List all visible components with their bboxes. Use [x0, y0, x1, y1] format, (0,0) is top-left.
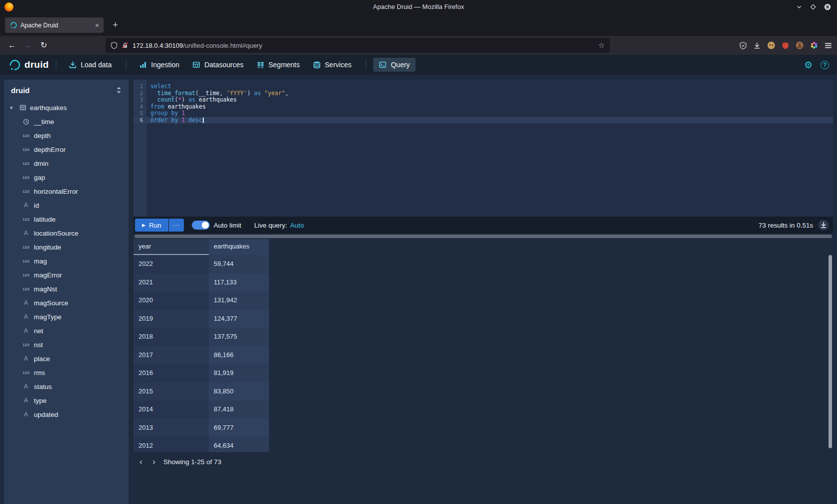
earthquakes-cell[interactable]: 131,942 [209, 291, 269, 310]
datasource-name: earthquakes [30, 104, 67, 112]
gear-icon[interactable]: ⚙ [804, 60, 813, 70]
auto-limit-toggle[interactable] [192, 221, 210, 230]
sidebar-column-magSource[interactable]: AmagSource [4, 296, 129, 310]
sidebar-column-__time[interactable]: __time [4, 115, 129, 128]
menu-icon[interactable] [825, 42, 832, 49]
sidebar-column-latitude[interactable]: 123latitude [4, 212, 129, 226]
double-caret-icon[interactable] [116, 86, 122, 94]
line-number: 2 [134, 90, 146, 97]
year-cell[interactable]: 2016 [134, 364, 209, 382]
ublock-extension-icon[interactable] [782, 42, 789, 49]
earthquakes-cell[interactable]: 117,133 [209, 273, 269, 292]
back-button[interactable]: ← [5, 38, 19, 52]
run-more-button[interactable]: ··· [169, 219, 184, 232]
sidebar-column-depth[interactable]: 123depth [4, 128, 129, 142]
load-data-icon [69, 61, 77, 69]
druid-brand[interactable]: druid [8, 59, 49, 71]
sidebar-column-magType[interactable]: AmagType [4, 310, 129, 324]
nav-label: Ingestion [151, 61, 179, 69]
prev-page-button[interactable]: ‹ [135, 457, 147, 467]
insecure-lock-icon[interactable] [122, 42, 129, 49]
sidebar-column-locationSource[interactable]: AlocationSource [4, 226, 129, 240]
window-close-button[interactable] [824, 3, 831, 10]
earthquakes-cell[interactable]: 87,418 [209, 400, 269, 419]
horizontal-scrollbar[interactable] [134, 234, 833, 239]
run-button[interactable]: ▶ Run [135, 219, 168, 232]
sidebar-column-id[interactable]: Aid [4, 198, 129, 212]
year-cell[interactable]: 2021 [134, 273, 209, 292]
avatar-extension-icon[interactable] [796, 41, 804, 49]
column-name: type [34, 397, 47, 404]
year-cell[interactable]: 2018 [134, 328, 209, 346]
earthquakes-cell[interactable]: 86,166 [209, 346, 269, 365]
sidebar-column-rms[interactable]: 123rms [4, 366, 129, 379]
sidebar-column-updated[interactable]: Aupdated [4, 407, 129, 421]
browser-tab[interactable]: Apache Druid × [5, 17, 104, 33]
scrollbar-thumb[interactable] [135, 235, 832, 238]
sidebar-column-mag[interactable]: 123mag [4, 254, 129, 268]
datasource-earthquakes[interactable]: ▾ earthquakes [4, 101, 129, 115]
results-summary: 73 results in 0.51s [758, 222, 813, 229]
column-header-earthquakes[interactable]: earthquakes [209, 239, 269, 255]
code-text: time_format(__time, 'YYYY') as "year", [146, 90, 288, 97]
table-row: 201681,919 [134, 364, 833, 382]
year-cell[interactable]: 2020 [134, 291, 209, 310]
live-query-auto-link[interactable]: Auto [290, 222, 304, 229]
sidebar-column-net[interactable]: Anet [4, 324, 129, 338]
header-separator [366, 60, 366, 70]
nav-ingestion[interactable]: Ingestion [134, 58, 185, 72]
year-cell[interactable]: 2012 [134, 437, 209, 452]
nav-segments[interactable]: Segments [251, 58, 305, 72]
bookmark-star-icon[interactable]: ☆ [598, 41, 605, 50]
sidebar-column-dmin[interactable]: 123dmin [4, 156, 129, 170]
help-icon[interactable]: ? [821, 61, 829, 69]
earthquakes-cell[interactable]: 59,744 [209, 255, 269, 273]
next-page-button[interactable]: › [147, 457, 160, 467]
earthquakes-cell[interactable]: 124,377 [209, 310, 269, 328]
chevron-down-icon[interactable]: ▾ [10, 105, 16, 111]
sidebar-column-magNst[interactable]: 123magNst [4, 282, 129, 296]
year-cell[interactable]: 2019 [134, 310, 209, 328]
year-cell[interactable]: 2014 [134, 400, 209, 419]
colorful-extension-icon[interactable] [810, 41, 818, 49]
vertical-scrollbar[interactable] [829, 255, 832, 448]
year-cell[interactable]: 2015 [134, 382, 209, 401]
column-header-year[interactable]: year [134, 239, 209, 255]
nav-datasources[interactable]: Datasources [187, 58, 249, 72]
nav-services[interactable]: Services [307, 58, 357, 72]
earthquakes-cell[interactable]: 83,850 [209, 382, 269, 401]
table-row: 201369,777 [134, 419, 833, 437]
shield-check-icon[interactable] [739, 42, 747, 49]
forward-button[interactable]: → [21, 38, 35, 52]
sidebar-column-horizontalError[interactable]: 123horizontalError [4, 184, 129, 198]
year-cell[interactable]: 2017 [134, 346, 209, 365]
sidebar-column-place[interactable]: Aplace [4, 352, 129, 366]
sidebar-column-longitude[interactable]: 123longitude [4, 240, 129, 254]
earthquakes-cell[interactable]: 64,634 [209, 437, 269, 452]
nav-load-data[interactable]: Load data [63, 58, 117, 72]
earthquakes-cell[interactable]: 81,919 [209, 364, 269, 382]
numeric-type-icon: 123 [21, 273, 31, 277]
year-cell[interactable]: 2013 [134, 419, 209, 437]
sidebar-column-type[interactable]: Atype [4, 393, 129, 407]
sidebar-column-nst[interactable]: 123nst [4, 338, 129, 352]
new-tab-button[interactable]: + [109, 18, 122, 32]
nav-query[interactable]: Query [373, 58, 415, 72]
sidebar-column-depthError[interactable]: 123depthError [4, 142, 129, 156]
window-maximize-button[interactable] [810, 4, 816, 10]
sidebar-column-magError[interactable]: 123magError [4, 268, 129, 282]
earthquakes-cell[interactable]: 69,777 [209, 419, 269, 437]
tab-close-icon[interactable]: × [95, 22, 99, 29]
window-minimize-button[interactable] [796, 4, 802, 10]
sql-editor[interactable]: 1select2 time_format(__time, 'YYYY') as … [134, 80, 833, 217]
url-bar[interactable]: 172.18.0.4:30109/unified-console.html#qu… [106, 38, 610, 53]
monkey-extension-icon[interactable] [767, 41, 775, 49]
sidebar-column-gap[interactable]: 123gap [4, 170, 129, 184]
earthquakes-cell[interactable]: 137,575 [209, 328, 269, 346]
downloads-icon[interactable] [753, 42, 761, 49]
tracking-shield-icon[interactable] [111, 42, 118, 49]
download-results-button[interactable] [818, 220, 829, 231]
sidebar-column-status[interactable]: Astatus [4, 379, 129, 393]
reload-button[interactable]: ↻ [37, 38, 51, 52]
year-cell[interactable]: 2022 [134, 255, 209, 273]
